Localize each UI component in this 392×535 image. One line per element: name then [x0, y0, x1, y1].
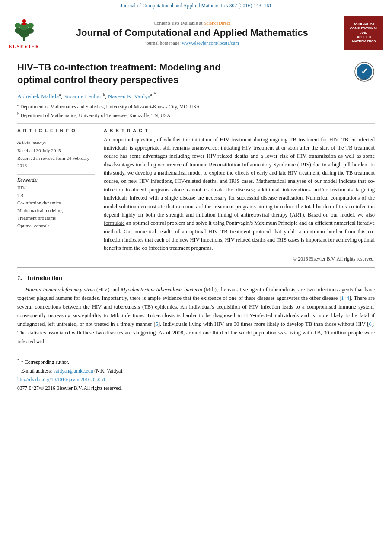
- keyword-optimal: Optimal controls: [17, 222, 95, 230]
- abstract-text: An important question, of whether the in…: [104, 136, 375, 253]
- crossmark-area[interactable]: ✓ CrossMark: [354, 61, 375, 84]
- svg-text:✓: ✓: [361, 67, 368, 76]
- issn-line: 0377-0427/© 2016 Elsevier B.V. All right…: [17, 385, 375, 392]
- footnote-email: E-mail address: vaidyan@umkc.edu (N.K. V…: [17, 367, 375, 375]
- keyword-treatment: Treatment programs: [17, 214, 95, 222]
- copyright-line: © 2016 Elsevier B.V. All rights reserved…: [104, 256, 375, 261]
- doi-link[interactable]: http://dx.doi.org/10.1016/j.cam.2016.02.…: [17, 377, 105, 382]
- keywords-section: Keywords: HIV TB Co-infection dynamics M…: [17, 174, 95, 230]
- introduction-section: 1. Introduction Human immunodeficiency v…: [17, 274, 375, 346]
- sciencedirect-line: Contents lists available at ScienceDirec…: [40, 20, 344, 25]
- authors-line: Abhishek Mallelaa, Suzanne Lenhartb, Nav…: [17, 91, 375, 100]
- journal-center: Contents lists available at ScienceDirec…: [40, 20, 344, 45]
- doi-line: http://dx.doi.org/10.1016/j.cam.2016.02.…: [17, 376, 375, 383]
- svg-point-7: [22, 19, 26, 23]
- abstract-section: A B S T R A C T An important question, o…: [104, 128, 375, 261]
- keywords-title: Keywords:: [17, 177, 95, 182]
- main-content: ✓ CrossMark HIV–TB co-infection treatmen…: [0, 54, 392, 401]
- affiliations: a Department of Mathematics and Statisti…: [17, 102, 375, 119]
- article-history: Article history: Received 30 July 2015 R…: [17, 136, 95, 170]
- journal-citation-bar: Journal of Computational and Applied Mat…: [0, 0, 392, 11]
- crossmark-icon: ✓ CrossMark: [354, 61, 375, 82]
- section-divider: [17, 268, 375, 268]
- ref-6[interactable]: 6: [369, 321, 371, 327]
- homepage-link[interactable]: www.elsevier.com/locate/cam: [182, 40, 239, 45]
- affil-b: b Department of Mathematics, University …: [17, 111, 375, 119]
- history-title: Article history:: [17, 139, 95, 146]
- elsevier-tree-icon: [9, 17, 39, 43]
- intro-text: Human immunodeficiency virus (HIV) and M…: [17, 285, 375, 346]
- received-date-2: Received in revised form 24 February 201…: [17, 155, 95, 170]
- keyword-coinfection: Co-infection dynamics: [17, 199, 95, 207]
- sciencedirect-link[interactable]: ScienceDirect: [204, 20, 230, 25]
- journal-header: ELSEVIER Contents lists available at Sci…: [0, 11, 392, 54]
- author-lenhart[interactable]: Suzanne Lenhart: [64, 93, 103, 99]
- author-mallela[interactable]: Abhishek Mallela: [17, 93, 59, 99]
- svg-point-6: [28, 23, 34, 28]
- elsevier-text: ELSEVIER: [9, 44, 40, 49]
- journal-citation-text: Journal of Computational and Applied Mat…: [121, 3, 272, 9]
- svg-rect-8: [22, 23, 26, 25]
- keyword-tb: TB: [17, 192, 95, 200]
- article-info-column: A R T I C L E I N F O Article history: R…: [17, 128, 95, 261]
- svg-text:CrossMark: CrossMark: [357, 78, 372, 81]
- received-date-1: Received 30 July 2015: [17, 147, 95, 155]
- author-vaidya[interactable]: Naveen K. Vaidya: [108, 93, 150, 99]
- elsevier-logo: ELSEVIER: [9, 17, 40, 49]
- keyword-modeling: Mathematical modeling: [17, 207, 95, 215]
- ref-1-4[interactable]: 1–4: [341, 295, 349, 301]
- separator-1: [17, 123, 375, 124]
- svg-point-5: [15, 23, 21, 28]
- journal-cover-logo: JOURNAL OF COMPUTATIONAL AND APPLIED MAT…: [344, 16, 383, 50]
- intro-title: 1. Introduction: [17, 274, 375, 282]
- footnote-star: * * Corresponding author.: [17, 357, 375, 366]
- footnote-section: * * Corresponding author. E-mail address…: [17, 353, 375, 392]
- affil-a: a Department of Mathematics and Statisti…: [17, 102, 375, 110]
- two-column-layout: A R T I C L E I N F O Article history: R…: [17, 128, 375, 261]
- journal-homepage: journal homepage: www.elsevier.com/locat…: [40, 40, 344, 45]
- ref-5[interactable]: 5: [156, 321, 158, 327]
- title-area: ✓ CrossMark HIV–TB co-infection treatmen…: [17, 61, 375, 86]
- paper-title: HIV–TB co-infection treatment: Modeling …: [17, 61, 268, 86]
- journal-title: Journal of Computational and Applied Mat…: [40, 27, 344, 38]
- email-link[interactable]: vaidyan@umkc.edu: [53, 368, 93, 373]
- article-info-label: A R T I C L E I N F O: [17, 128, 95, 133]
- keyword-hiv: HIV: [17, 184, 95, 192]
- abstract-label: A B S T R A C T: [104, 128, 375, 133]
